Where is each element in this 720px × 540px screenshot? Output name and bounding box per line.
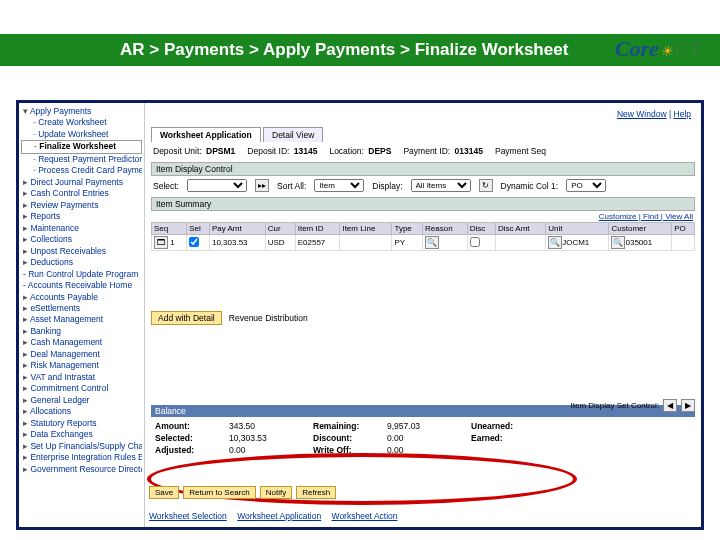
select-dropdown[interactable] xyxy=(187,179,247,192)
refresh-button[interactable]: Refresh xyxy=(296,486,336,499)
sidebar-item[interactable]: Cash Control Entries xyxy=(21,188,142,199)
refresh-icon[interactable]: ↻ xyxy=(479,179,493,192)
selected-label: Selected: xyxy=(155,433,215,443)
select-label: Select: xyxy=(153,181,179,191)
sort-label: Sort All: xyxy=(277,181,306,191)
cell-item: E02557 xyxy=(295,235,340,251)
help-link[interactable]: Help xyxy=(674,109,691,119)
col-line[interactable]: Item Line xyxy=(340,223,392,235)
col-seq[interactable]: Seq xyxy=(152,223,187,235)
revenue-distribution-label: Revenue Distribution xyxy=(229,313,308,323)
sidebar-item[interactable]: Review Payments xyxy=(21,200,142,211)
save-button[interactable]: Save xyxy=(149,486,179,499)
lookup-icon[interactable]: 🔍 xyxy=(611,236,625,249)
col-pay[interactable]: Pay Amt xyxy=(209,223,265,235)
table-row[interactable]: 🗖 1 10,303.53 USD E02557 PY 🔍 🔍JOCM1 🔍03… xyxy=(152,235,695,251)
col-disc[interactable]: Disc xyxy=(467,223,495,235)
add-with-detail-button[interactable]: Add with Detail xyxy=(151,311,222,325)
breadcrumb: AR > Payments > Apply Payments > Finaliz… xyxy=(0,34,720,66)
go-icon[interactable]: ▸▸ xyxy=(255,179,269,192)
sidebar-item[interactable]: Direct Journal Payments xyxy=(21,177,142,188)
discount-value: 0.00 xyxy=(387,433,457,443)
sidebar-item[interactable]: Enterprise Integration Rules EDK xyxy=(21,452,142,463)
next-set-icon[interactable]: ▶ xyxy=(681,399,695,412)
sidebar-item[interactable]: Accounts Payable xyxy=(21,292,142,303)
lookup-icon[interactable]: 🔍 xyxy=(548,236,562,249)
col-po[interactable]: PO xyxy=(672,223,695,235)
sidebar-item[interactable]: General Ledger xyxy=(21,395,142,406)
remaining-label: Remaining: xyxy=(313,421,373,431)
tab-worksheet-application[interactable]: Worksheet Application xyxy=(151,127,261,142)
tab-detail-view[interactable]: Detail View xyxy=(263,127,323,142)
discount-label: Discount: xyxy=(313,433,373,443)
location-label: Location: xyxy=(329,146,364,156)
sidebar-item[interactable]: Asset Management xyxy=(21,314,142,325)
sidebar-item[interactable]: Allocations xyxy=(21,406,142,417)
disc-checkbox[interactable] xyxy=(470,237,480,247)
bottom-tab-selection[interactable]: Worksheet Selection xyxy=(149,511,227,521)
dyncol-dropdown[interactable]: PO xyxy=(566,179,606,192)
sidebar-item[interactable]: Apply Payments xyxy=(21,106,142,117)
display-dropdown[interactable]: All Items xyxy=(411,179,471,192)
bottom-tab-application[interactable]: Worksheet Application xyxy=(237,511,321,521)
payment-id-value: 013145 xyxy=(455,146,483,156)
col-item[interactable]: Item ID xyxy=(295,223,340,235)
item-summary-table: Seq Sel Pay Amt Cur Item ID Item Line Ty… xyxy=(151,222,695,251)
sidebar-item[interactable]: Banking xyxy=(21,326,142,337)
col-sel[interactable]: Sel xyxy=(187,223,210,235)
new-window-link[interactable]: New Window xyxy=(617,109,667,119)
sidebar-item[interactable]: VAT and Intrastat xyxy=(21,372,142,383)
nav-sidebar: Apply PaymentsCreate WorksheetUpdate Wor… xyxy=(19,103,145,527)
sidebar-item[interactable]: Reports xyxy=(21,211,142,222)
col-discamt[interactable]: Disc Amt xyxy=(496,223,546,235)
return-button[interactable]: Return to Search xyxy=(183,486,255,499)
sidebar-item[interactable]: eSettlements xyxy=(21,303,142,314)
payment-id-label: Payment ID: xyxy=(403,146,450,156)
sort-dropdown[interactable]: Item xyxy=(314,179,364,192)
bottom-tab-action[interactable]: Worksheet Action xyxy=(332,511,398,521)
sidebar-item[interactable]: Government Resource Directory xyxy=(21,464,142,475)
cell-pay: 10,303.53 xyxy=(209,235,265,251)
row-select-checkbox[interactable] xyxy=(189,237,199,247)
deposit-id-label: Deposit ID: xyxy=(247,146,289,156)
unearned-label: Unearned: xyxy=(471,421,531,431)
deposit-unit-value: DPSM1 xyxy=(206,146,235,156)
sidebar-item[interactable]: Deductions xyxy=(21,257,142,268)
sidebar-item[interactable]: Statutory Reports xyxy=(21,418,142,429)
sidebar-item[interactable]: Cash Management xyxy=(21,337,142,348)
table-links[interactable]: Customize | Find | View All xyxy=(151,211,695,222)
col-unit[interactable]: Unit xyxy=(546,223,609,235)
sidebar-item[interactable]: Deal Management xyxy=(21,349,142,360)
earned-label: Earned: xyxy=(471,433,531,443)
cell-type: PY xyxy=(392,235,423,251)
sidebar-item[interactable]: Collections xyxy=(21,234,142,245)
app-logo: Core☀CT xyxy=(615,36,702,62)
sidebar-item[interactable]: Unpost Receivables xyxy=(21,246,142,257)
col-cur[interactable]: Cur xyxy=(265,223,295,235)
sidebar-item[interactable]: Set Up Financials/Supply Chain xyxy=(21,441,142,452)
amount-label: Amount: xyxy=(155,421,215,431)
location-value: DEPS xyxy=(368,146,391,156)
sidebar-item[interactable]: Process Credit Card Payments xyxy=(21,165,142,176)
sidebar-item[interactable]: - Accounts Receivable Home xyxy=(21,280,142,291)
col-cust[interactable]: Customer xyxy=(609,223,672,235)
sidebar-item[interactable]: - Run Control Update Program xyxy=(21,269,142,280)
expand-icon[interactable]: 🗖 xyxy=(154,236,168,249)
sidebar-item[interactable]: Data Exchanges xyxy=(21,429,142,440)
section-item-display-control: Item Display Control xyxy=(151,162,695,176)
adjusted-value: 0.00 xyxy=(229,445,299,455)
notify-button[interactable]: Notify xyxy=(260,486,292,499)
cell-cur: USD xyxy=(265,235,295,251)
sidebar-item[interactable]: Risk Management xyxy=(21,360,142,371)
sidebar-item[interactable]: Request Payment Predictor xyxy=(21,154,142,165)
sidebar-item[interactable]: Finalize Worksheet xyxy=(21,140,142,153)
sidebar-item[interactable]: Maintenance xyxy=(21,223,142,234)
lookup-icon[interactable]: 🔍 xyxy=(425,236,439,249)
prev-set-icon[interactable]: ◀ xyxy=(663,399,677,412)
writeoff-label: Write Off: xyxy=(313,445,373,455)
col-type[interactable]: Type xyxy=(392,223,423,235)
sidebar-item[interactable]: Create Worksheet xyxy=(21,117,142,128)
sidebar-item[interactable]: Update Worksheet xyxy=(21,129,142,140)
col-reason[interactable]: Reason xyxy=(423,223,468,235)
sidebar-item[interactable]: Commitment Control xyxy=(21,383,142,394)
